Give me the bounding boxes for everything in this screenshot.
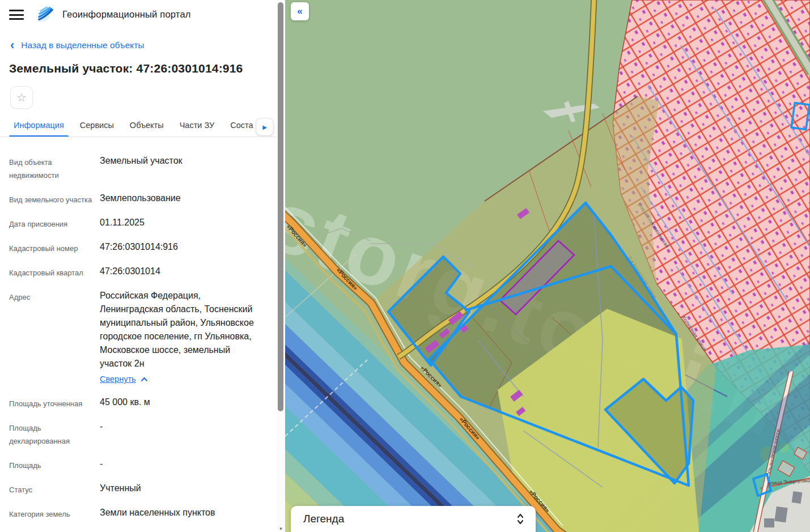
app-title: Геоинформационный портал <box>62 9 191 20</box>
scrollbar-down-arrow-icon[interactable]: ▼ <box>277 526 285 531</box>
page-title: Земельный участок: 47:26:0301014:916 <box>9 62 268 75</box>
tab-zu-parts[interactable]: Части ЗУ <box>175 117 219 137</box>
collapse-panel-button[interactable]: « <box>291 2 309 20</box>
map-viewport[interactable]: storg.torgi.me <box>285 0 810 532</box>
app-logo-icon <box>36 5 56 23</box>
address-value: Российская Федерация, Ленинградская обла… <box>100 291 254 368</box>
field-row: Вид земельного участка Землепользование <box>9 191 277 206</box>
field-row-address: Адрес Российская Федерация, Ленинградска… <box>9 289 277 386</box>
field-row: Кадастровый номер 47:26:0301014:916 <box>9 240 277 255</box>
double-chevron-left-icon: « <box>297 6 302 16</box>
field-row: Площадь уточненная 45 000 кв. м <box>9 395 277 410</box>
arrow-right-icon: ▶ <box>262 124 267 130</box>
tab-composition-truncated[interactable]: Соста <box>226 117 257 137</box>
tab-scroll-right-button[interactable]: ▶ <box>256 118 273 135</box>
legend-panel[interactable]: Легенда <box>291 506 536 532</box>
collapse-address-link[interactable]: Свернуть <box>100 372 136 386</box>
back-link[interactable]: ‹ Назад в выделенные объекты <box>10 40 277 50</box>
back-link-label: Назад в выделенные объекты <box>21 40 144 50</box>
unfold-more-icon[interactable] <box>515 512 525 526</box>
field-row: Статус Учтенный <box>9 482 277 496</box>
tab-bar: Информация Сервисы Объекты Части ЗУ Сост… <box>0 117 277 137</box>
field-row: Кадастровый квартал 47:26:0301014 <box>9 265 277 279</box>
favorite-star-button[interactable]: ☆ <box>10 86 33 109</box>
sidebar-scrollbar[interactable]: ▼ <box>277 0 285 532</box>
tab-objects[interactable]: Объекты <box>125 117 168 137</box>
scrollbar-thumb[interactable] <box>278 2 283 411</box>
tab-information[interactable]: Информация <box>9 117 69 137</box>
map-canvas[interactable]: storg.torgi.me <box>285 0 810 532</box>
field-row: Вид объекта недвижимости Земельный участ… <box>9 154 277 182</box>
star-icon: ☆ <box>16 91 27 104</box>
field-row: Дата присвоения 01.11.2025 <box>9 216 277 231</box>
info-field-list: Вид объекта недвижимости Земельный участ… <box>0 137 277 532</box>
chevron-up-icon <box>141 377 148 382</box>
menu-icon[interactable] <box>9 10 24 20</box>
app-header: Геоинформационный портал <box>0 0 277 23</box>
field-row: Категория земель Земли населенных пункто… <box>9 506 277 521</box>
object-info-panel: Геоинформационный портал ‹ Назад в выдел… <box>0 0 277 532</box>
geoportal-app: Геоинформационный портал ‹ Назад в выдел… <box>0 0 810 532</box>
back-chevron-icon: ‹ <box>10 41 14 50</box>
field-row: Площадь декларированная - <box>9 420 277 448</box>
legend-title: Легенда <box>303 513 344 525</box>
tab-services[interactable]: Сервисы <box>75 117 118 137</box>
field-row: Площадь - <box>9 457 277 472</box>
